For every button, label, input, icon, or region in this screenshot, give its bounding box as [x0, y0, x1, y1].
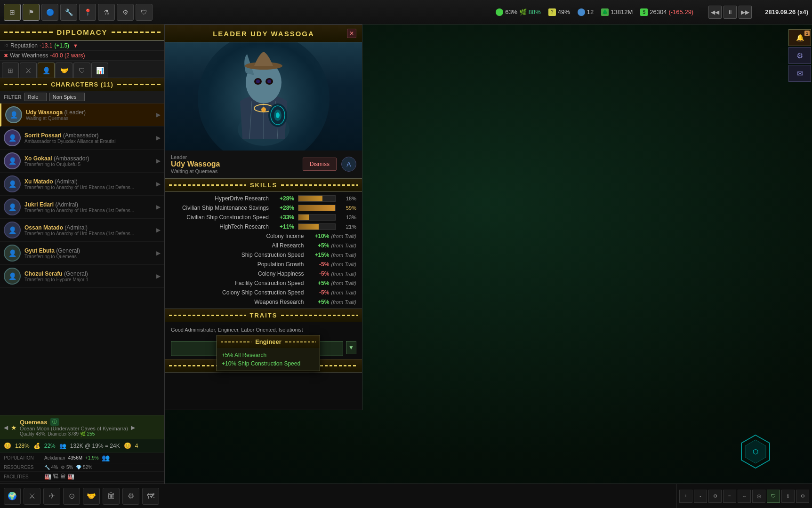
skill-name-ship-construction: Ship Construction Speed: [171, 252, 307, 258]
rbt-shield[interactable]: 🛡: [767, 490, 780, 503]
bt-combat-icon[interactable]: ⚔: [24, 488, 40, 505]
pop-icon: 👥: [102, 454, 110, 461]
bt-settings-icon[interactable]: ⚙: [122, 488, 139, 505]
skill-name-colony-happiness: Colony Happiness: [171, 270, 307, 277]
char-name-chozul: Chozul Serafu (General): [24, 270, 153, 277]
tb-icon-5[interactable]: ⚗: [98, 4, 115, 21]
char-item-chozul[interactable]: 👤 Chozul Serafu (General) Transferring t…: [0, 265, 164, 288]
hex-decoration: ⬡: [737, 433, 774, 470]
tb-icon-7[interactable]: 🛡: [136, 4, 153, 21]
leader-portrait-svg: [217, 45, 311, 148]
planet-info-btn[interactable]: ⓘ: [50, 418, 59, 426]
skill-pct-hyperdrive: 18%: [338, 196, 356, 201]
char-item-xo[interactable]: 👤 Xo Gokaal (Ambassador) Transferring to…: [0, 150, 164, 173]
bt-build-icon[interactable]: 🏛: [103, 488, 120, 505]
bt-map-icon[interactable]: 🗺: [142, 488, 159, 505]
rbt-move[interactable]: ↔: [738, 490, 751, 503]
tab-diplomacy[interactable]: 🤝: [56, 63, 72, 78]
tab-defense[interactable]: 🛡: [73, 63, 90, 78]
bt-fleet-icon[interactable]: ⊙: [63, 488, 80, 505]
rbt-settings2[interactable]: ⚙: [796, 490, 809, 503]
transfer-dropdown[interactable]: ▼: [346, 341, 356, 354]
rbt-filter[interactable]: ⚙: [708, 490, 722, 503]
role-filter[interactable]: Role: [24, 93, 47, 101]
char-info-xu: Xu Matado (Admiral) Transferring to Anar…: [24, 178, 153, 190]
planet-money-icon: 💰: [33, 443, 40, 449]
char-avatar-jukri: 👤: [4, 198, 21, 215]
char-item-xu[interactable]: 👤 Xu Matado (Admiral) Transferring to An…: [0, 173, 164, 196]
eng-stripe-right: [285, 341, 316, 342]
bt-planet-icon[interactable]: 🌍: [4, 488, 21, 505]
characters-header: CHARACTERS (11): [0, 78, 164, 91]
pause-button[interactable]: ⏸: [724, 6, 737, 19]
top-bar-stats: 63% 🌿 88% ? 49% 12 🌲 13812M $ 26304 (-16…: [496, 6, 808, 19]
skill-pct-construction: 13%: [338, 214, 356, 220]
tab-stats[interactable]: 📊: [91, 63, 108, 78]
notification-btn-1[interactable]: 🔔 1: [788, 29, 811, 46]
rbt-zoom-out[interactable]: -: [694, 490, 707, 503]
stat-colonies: 12: [578, 8, 594, 16]
traits-title: TRAITS: [250, 312, 278, 319]
notification-badge-1: 1: [804, 31, 810, 36]
leader-name-display: Udy Wassoga: [171, 160, 220, 168]
tab-characters[interactable]: 👤: [38, 63, 55, 78]
forward-button[interactable]: ▶▶: [739, 6, 752, 19]
planet-prev[interactable]: ◀: [4, 424, 8, 431]
tb-icon-1[interactable]: ⚑: [23, 4, 40, 21]
tb-icon-4[interactable]: 📍: [79, 4, 96, 21]
char-arrow-udy: ▶: [156, 111, 161, 118]
char-item-jukri[interactable]: 👤 Jukri Edari (Admiral) Transferring to …: [0, 196, 164, 219]
rbt-layers[interactable]: ≡: [723, 490, 736, 503]
tab-overview[interactable]: ⊞: [2, 63, 19, 78]
population-label: POPULATION: [4, 455, 41, 460]
skill-trait-facility-construction: (from Trait): [331, 280, 356, 286]
rbt-center[interactable]: ◎: [752, 490, 765, 503]
diplomacy-header: DIPLOMACY: [0, 24, 164, 41]
skill-construction: Civilian Ship Construction Speed +33% 13…: [165, 213, 362, 222]
char-info-jukri: Jukri Edari (Admiral) Transferring to An…: [24, 201, 153, 213]
pop-count: 4356M: [68, 455, 82, 460]
notification-btn-2[interactable]: ⚙: [788, 47, 811, 64]
char-item-ossan[interactable]: 👤 Ossan Matado (Admiral) Transferring to…: [0, 219, 164, 242]
leader-close-button[interactable]: ✕: [347, 29, 356, 38]
planet-pop-icon: 👥: [59, 443, 66, 449]
char-avatar-gyut: 👤: [4, 245, 21, 262]
bt-diplomacy-icon[interactable]: 🤝: [83, 488, 100, 505]
facility-icons: 🏭 🏗 🏛 🏭: [44, 473, 74, 480]
credits-icon: 🌲: [601, 8, 609, 16]
char-item-udy[interactable]: 👤 Udy Wassoga (Leader) Waiting at Quemea…: [0, 103, 164, 127]
tab-military[interactable]: ⚔: [20, 63, 37, 78]
playback-controls: ◀◀ ⏸ ▶▶: [708, 6, 752, 19]
tb-icon-3[interactable]: 🔧: [60, 4, 77, 21]
char-info-sorrit: Sorrit Possari (Ambassador) Ambassador t…: [24, 132, 153, 144]
skill-bar-construction: [298, 214, 336, 221]
char-item-gyut[interactable]: 👤 Gyut Ebuta (General) Transferring to Q…: [0, 242, 164, 265]
reputation-icon: ⚐: [4, 43, 8, 49]
char-status-jukri: Transferring to Anarchy of Urd Ebanna (1…: [24, 208, 153, 213]
eng-stripe-left: [221, 341, 251, 342]
dismiss-button[interactable]: Dismiss: [303, 158, 337, 171]
char-item-sorrit[interactable]: 👤 Sorrit Possari (Ambassador) Ambassador…: [0, 127, 164, 150]
chars-stripe-left: [4, 84, 47, 85]
auto-button[interactable]: A: [341, 157, 356, 172]
notification-icon-2: ⚙: [796, 51, 803, 60]
skills-title: SKILLS: [250, 182, 277, 189]
rbt-info[interactable]: ℹ: [781, 490, 795, 503]
notification-btn-3[interactable]: ✉: [788, 65, 811, 82]
bt-ships-icon[interactable]: ✈: [43, 488, 60, 505]
planet-next[interactable]: ▶: [131, 424, 135, 431]
skill-name-pop-growth: Population Growth: [171, 261, 307, 268]
stat-col-val: 12: [587, 8, 594, 16]
tb-icon-2[interactable]: 🔵: [41, 4, 58, 21]
char-name-ossan: Ossan Matado (Admiral): [24, 224, 153, 231]
planet-smiley: 😊: [124, 442, 131, 449]
planet-star: ★: [11, 424, 17, 431]
rbt-zoom-in[interactable]: +: [679, 490, 692, 503]
reputation-row: ⚐ Reputation -13.1 (+1.5) ▼: [0, 41, 164, 51]
stat-pop-val: 63%: [505, 8, 517, 16]
skill-name-facility-construction: Facility Construction Speed: [171, 280, 307, 286]
type-filter[interactable]: Non Spies: [49, 93, 85, 101]
rewind-button[interactable]: ◀◀: [708, 6, 722, 19]
tb-icon-6[interactable]: ⚙: [117, 4, 134, 21]
tb-icon-0[interactable]: ⊞: [4, 4, 21, 21]
